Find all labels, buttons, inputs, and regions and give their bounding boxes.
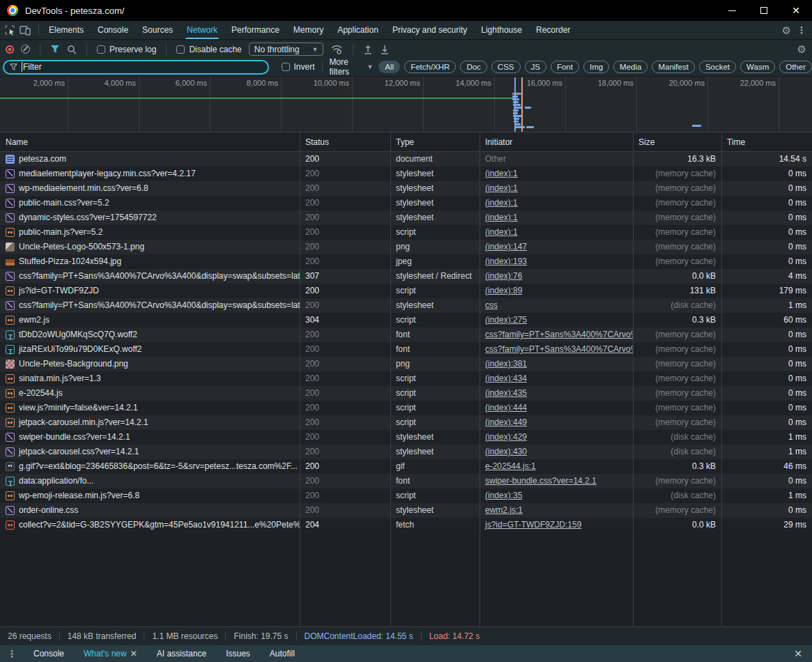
column-header-size[interactable]: Size <box>633 132 721 151</box>
cell-name[interactable]: Stuffed-Pizza-1024x594.jpg <box>0 254 300 269</box>
record-network-log-icon[interactable] <box>6 45 14 54</box>
tab-console[interactable]: Console <box>91 21 135 39</box>
cell-name[interactable]: tDbD2oWUg0MKqScQ7Q.woff2 <box>0 328 300 342</box>
table-row[interactable]: public-main.css?ver=5.2200stylesheet(ind… <box>0 196 812 210</box>
drawer-tab-issues[interactable]: Issues <box>216 645 260 662</box>
table-row[interactable]: order-online.css200stylesheetewm2.js:1(m… <box>0 503 812 518</box>
cell-name[interactable]: view.js?minify=false&ver=14.2.1 <box>0 401 300 415</box>
chip-doc[interactable]: Doc <box>460 61 487 73</box>
tab-recorder[interactable]: Recorder <box>529 21 577 39</box>
more-filters-dropdown[interactable]: More filters ▼ <box>329 57 373 77</box>
initiator-link[interactable]: js?id=GT-TWDF9ZJD:159 <box>485 520 581 530</box>
cell-name[interactable]: public-main.css?ver=5.2 <box>0 196 300 210</box>
initiator-link[interactable]: ewm2.js:1 <box>485 505 523 515</box>
close-button[interactable]: ✕ <box>780 0 812 21</box>
chip-img[interactable]: Img <box>583 61 609 73</box>
import-har-icon[interactable] <box>363 45 373 54</box>
initiator-link[interactable]: (index):449 <box>485 417 527 427</box>
more-options-icon[interactable]: ⋮ <box>797 24 806 36</box>
table-row[interactable]: view.js?minify=false&ver=14.2.1200script… <box>0 401 812 415</box>
clear-network-log-icon[interactable] <box>21 45 30 54</box>
table-row[interactable]: dynamic-styles.css?ver=1754597722200styl… <box>0 210 812 225</box>
initiator-link[interactable]: (index):435 <box>485 388 527 398</box>
search-icon[interactable] <box>67 45 77 54</box>
cell-name[interactable]: dynamic-styles.css?ver=1754597722 <box>0 210 300 225</box>
column-separator[interactable] <box>390 132 391 626</box>
minimize-button[interactable] <box>716 0 748 21</box>
drawer-tab-ai-assistance[interactable]: AI assistance <box>147 645 216 662</box>
cell-name[interactable]: Uncle-Petes-Background.png <box>0 357 300 371</box>
table-row[interactable]: css?family=PT+Sans%3A400%7CArvo%3A400&di… <box>0 298 812 313</box>
table-row[interactable]: jetpack-carousel.min.js?ver=14.2.1200scr… <box>0 415 812 430</box>
column-separator[interactable] <box>480 132 480 626</box>
initiator-link[interactable]: (index):89 <box>485 286 522 295</box>
cell-name[interactable]: e-202544.js <box>0 386 300 401</box>
tab-memory[interactable]: Memory <box>286 21 330 39</box>
chip-other[interactable]: Other <box>779 61 812 73</box>
table-row[interactable]: js?id=GT-TWDF9ZJD200script(index):89131 … <box>0 284 812 298</box>
table-row[interactable]: petesza.com200documentOther16.3 kB14.54 … <box>0 152 812 167</box>
tab-lighthouse[interactable]: Lighthouse <box>474 21 529 39</box>
chip-socket[interactable]: Socket <box>699 61 736 73</box>
column-header-time[interactable]: Time <box>721 132 812 151</box>
cell-name[interactable]: css?family=PT+Sans%3A400%7CArvo%3A400&di… <box>0 269 300 284</box>
initiator-link[interactable]: (index):147 <box>485 242 527 252</box>
table-row[interactable]: jizaRExUiTo99u79D0KExQ.woff2200fontcss?f… <box>0 342 812 357</box>
preserve-log-checkbox[interactable]: Preserve log <box>97 45 156 54</box>
table-row[interactable]: swiper-bundle.css?ver=14.2.1200styleshee… <box>0 430 812 445</box>
table-row[interactable]: sinatra.min.js?ver=1.3200script(index):4… <box>0 371 812 386</box>
settings-gear-icon[interactable]: ⚙ <box>782 25 791 36</box>
initiator-link[interactable]: (index):434 <box>485 374 527 383</box>
cell-name[interactable]: wp-emoji-release.min.js?ver=6.8 <box>0 488 300 503</box>
chip-font[interactable]: Font <box>551 61 579 73</box>
cell-name[interactable]: wp-mediaelement.min.css?ver=6.8 <box>0 181 300 196</box>
tab-sources[interactable]: Sources <box>135 21 180 39</box>
cell-name[interactable]: swiper-bundle.css?ver=14.2.1 <box>0 430 300 445</box>
chip-js[interactable]: JS <box>525 61 546 73</box>
initiator-link[interactable]: css?family=PT+Sans%3A400%7CArvo%3 <box>485 330 633 339</box>
table-row[interactable]: g.gif?v=ext&blog=236465836&post=6&tz=-5&… <box>0 459 812 474</box>
column-header-status[interactable]: Status <box>300 132 390 151</box>
preserve-log-checkbox-box[interactable] <box>97 45 105 54</box>
table-row[interactable]: tDbD2oWUg0MKqScQ7Q.woff2200fontcss?famil… <box>0 328 812 342</box>
drawer-tab-close-icon[interactable]: ✕ <box>130 649 137 659</box>
tab-application[interactable]: Application <box>330 21 385 39</box>
network-conditions-icon[interactable] <box>330 45 343 54</box>
column-header-type[interactable]: Type <box>390 132 480 151</box>
table-row[interactable]: jetpack-carousel.css?ver=14.2.1200styles… <box>0 445 812 459</box>
table-row[interactable]: ewm2.js304script(index):2750.3 kB60 ms <box>0 313 812 328</box>
table-row[interactable]: Stuffed-Pizza-1024x594.jpg200jpeg(index)… <box>0 254 812 269</box>
drawer-more-options-icon[interactable]: ⋮ <box>0 648 24 659</box>
table-row[interactable]: e-202544.js200script(index):435(memory c… <box>0 386 812 401</box>
table-row[interactable]: css?family=PT+Sans%3A400%7CArvo%3A400&di… <box>0 269 812 284</box>
maximize-button[interactable] <box>748 0 780 21</box>
initiator-link[interactable]: (index):1 <box>485 169 518 178</box>
cell-name[interactable]: collect?v=2&tid=G-3B2SYYGEPK&gtm=45Pe5ao… <box>0 518 300 532</box>
tab-elements[interactable]: Elements <box>42 21 91 39</box>
cell-name[interactable]: petesza.com <box>0 152 300 167</box>
column-header-initiator[interactable]: Initiator <box>480 132 633 151</box>
table-row[interactable]: public-main.js?ver=5.2200script(index):1… <box>0 225 812 240</box>
drawer-tab-what-s-new[interactable]: What's new✕ <box>74 645 147 662</box>
tab-network[interactable]: Network <box>180 21 224 39</box>
cell-name[interactable]: ewm2.js <box>0 313 300 328</box>
table-row[interactable]: wp-emoji-release.min.js?ver=6.8200script… <box>0 488 812 503</box>
initiator-link[interactable]: (index):429 <box>485 432 527 442</box>
table-row[interactable]: mediaelementplayer-legacy.min.css?ver=4.… <box>0 167 812 181</box>
cell-name[interactable]: Uncle-Petes-Logo-500x573-1.png <box>0 240 300 254</box>
network-overview[interactable]: 2,000 ms4,000 ms6,000 ms8,000 ms10,000 m… <box>0 77 812 132</box>
column-separator[interactable] <box>633 132 634 626</box>
initiator-link[interactable]: (index):35 <box>485 491 522 500</box>
cell-name[interactable]: js?id=GT-TWDF9ZJD <box>0 284 300 298</box>
initiator-link[interactable]: (index):1 <box>485 227 518 237</box>
invert-checkbox-box[interactable] <box>282 63 290 71</box>
chip-wasm[interactable]: Wasm <box>740 61 775 73</box>
initiator-link[interactable]: swiper-bundle.css?ver=14.2.1 <box>485 476 597 486</box>
initiator-link[interactable]: (index):1 <box>485 213 518 222</box>
disable-cache-checkbox[interactable]: Disable cache <box>176 45 241 54</box>
disable-cache-checkbox-box[interactable] <box>176 45 185 54</box>
column-separator[interactable] <box>300 132 300 626</box>
chip-all[interactable]: All <box>378 61 400 73</box>
chip-manifest[interactable]: Manifest <box>652 61 694 73</box>
inspect-element-icon[interactable] <box>4 24 15 36</box>
